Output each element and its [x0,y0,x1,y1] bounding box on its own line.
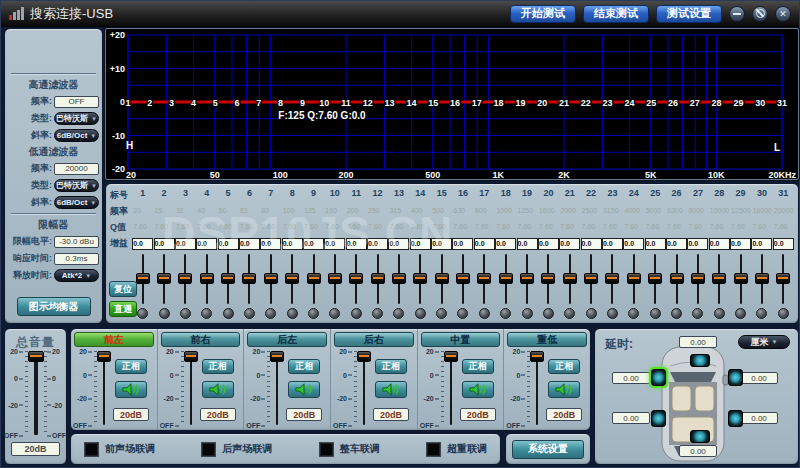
eq-band-gain-field[interactable]: 0.0 [132,238,153,250]
slider-handle[interactable] [584,273,598,284]
eq-band-frequency-field[interactable]: 8000 [688,206,707,216]
channel-volume-handle[interactable] [270,351,284,362]
slider-handle[interactable] [200,273,214,284]
delay-speaker-front-left-icon[interactable] [651,369,666,386]
channel-phase-button[interactable]: 正相 [548,359,580,374]
delay-value-subwoofer[interactable]: 0.00 [679,445,717,457]
slider-handle[interactable] [670,273,684,284]
eq-band-q-field[interactable]: 7.60 [774,222,793,232]
eq-band-frequency-field[interactable]: 2500 [582,206,601,216]
delay-value-front-right[interactable]: 0.00 [740,372,778,384]
eq-band-frequency-field[interactable]: 10000 [710,206,729,216]
link-checkbox[interactable] [319,442,334,457]
eq-band-gain-slider[interactable] [157,254,171,304]
eq-band-q-field[interactable]: 7.60 [368,222,387,232]
eq-band-gain-field[interactable]: 0.0 [538,238,559,250]
eq-band-gain-field[interactable]: 0.0 [517,238,538,250]
channel-volume-handle[interactable] [444,351,458,362]
eq-band-select-radio[interactable] [650,308,661,319]
eq-band-frequency-field[interactable]: 800 [475,206,494,216]
eq-band-gain-slider[interactable] [563,254,577,304]
eq-band-frequency-field[interactable]: 400 [411,206,430,216]
eq-band-gain-field[interactable]: 0.0 [260,238,281,250]
eq-band-frequency-field[interactable]: 100 [283,206,302,216]
slider-handle[interactable] [392,273,406,284]
eq-band-q-field[interactable]: 7.60 [432,222,451,232]
eq-band-frequency-field[interactable]: 250 [368,206,387,216]
limiter-attack-field[interactable]: 0.3ms [54,253,99,265]
limiter-level-field[interactable]: -30.0 dBu [54,236,99,248]
slider-handle[interactable] [456,273,470,284]
eq-band-gain-field[interactable]: 0.0 [645,238,666,250]
eq-band-select-radio[interactable] [329,308,340,319]
eq-band-select-radio[interactable] [265,308,276,319]
channel-gain-value[interactable]: 20dB [460,408,496,421]
eq-band-q-field[interactable]: 7.60 [325,222,344,232]
eq-band-q-field[interactable]: 7.60 [133,222,152,232]
channel-gain-value[interactable]: 20dB [373,408,409,421]
eq-band-frequency-field[interactable]: 200 [347,206,366,216]
slider-handle[interactable] [435,273,449,284]
eq-band-gain-field[interactable]: 0.0 [324,238,345,250]
test-button-0[interactable]: 开始测试 [510,5,576,23]
channel-phase-button[interactable]: 正相 [115,359,147,374]
channel-mute-button[interactable] [288,381,320,398]
eq-band-q-field[interactable]: 7.60 [731,222,750,232]
eq-band-gain-field[interactable]: 0.0 [452,238,473,250]
eq-band-frequency-field[interactable]: 630 [453,206,472,216]
eq-band-gain-slider[interactable] [456,254,470,304]
eq-band-q-field[interactable]: 7.60 [710,222,729,232]
slider-handle[interactable] [477,273,491,284]
slider-handle[interactable] [755,273,769,284]
eq-band-gain-slider[interactable] [200,254,214,304]
eq-band-select-radio[interactable] [308,308,319,319]
eq-band-select-radio[interactable] [159,308,170,319]
eq-band-q-field[interactable]: 7.60 [560,222,579,232]
slider-handle[interactable] [157,273,171,284]
eq-band-select-radio[interactable] [500,308,511,319]
eq-band-q-field[interactable]: 7.60 [240,222,259,232]
eq-band-select-radio[interactable] [692,308,703,319]
channel-mute-button[interactable] [462,381,494,398]
hpf-freq-field[interactable]: OFF [54,96,99,108]
delay-speaker-front-right-icon[interactable] [728,369,743,386]
eq-band-frequency-field[interactable]: 50 [219,206,238,216]
eq-band-gain-field[interactable]: 0.0 [559,238,580,250]
eq-band-q-field[interactable]: 7.60 [688,222,707,232]
delay-speaker-center-icon[interactable] [690,354,710,367]
eq-band-frequency-field[interactable]: 63 [240,206,259,216]
channel-phase-button[interactable]: 正相 [462,359,494,374]
slider-handle[interactable] [136,273,150,284]
eq-band-gain-field[interactable]: 0.0 [388,238,409,250]
lpf-type-dropdown[interactable]: 巴特沃斯▼ [54,179,99,192]
slider-handle[interactable] [712,273,726,284]
eq-band-frequency-field[interactable]: 500 [432,206,451,216]
eq-band-gain-slider[interactable] [499,254,513,304]
system-settings-button[interactable]: 系统设置 [512,440,584,459]
slider-handle[interactable] [520,273,534,284]
channel-volume-handle[interactable] [184,351,198,362]
eq-band-frequency-field[interactable]: 6300 [667,206,686,216]
eq-band-select-radio[interactable] [223,308,234,319]
eq-band-select-radio[interactable] [756,308,767,319]
eq-band-gain-slider[interactable] [349,254,363,304]
eq-band-gain-slider[interactable] [328,254,342,304]
eq-band-gain-field[interactable]: 0.0 [474,238,495,250]
delay-value-rear-right[interactable]: 0.00 [740,412,778,424]
close-button[interactable]: ✕ [775,6,791,22]
eq-band-gain-field[interactable]: 0.0 [303,238,324,250]
eq-band-q-field[interactable]: 7.60 [624,222,643,232]
eq-band-select-radio[interactable] [479,308,490,319]
delay-value-center[interactable]: 0.00 [679,336,717,348]
slider-handle[interactable] [178,273,192,284]
eq-band-q-field[interactable]: 7.60 [475,222,494,232]
eq-band-q-field[interactable]: 7.60 [176,222,195,232]
slider-handle[interactable] [627,273,641,284]
eq-band-q-field[interactable]: 7.60 [752,222,771,232]
channel-select-button[interactable]: 中置 [421,332,501,347]
eq-band-gain-slider[interactable] [136,254,150,304]
link-checkbox[interactable] [201,442,216,457]
eq-band-select-radio[interactable] [415,308,426,319]
eq-band-q-field[interactable]: 7.60 [539,222,558,232]
eq-band-select-radio[interactable] [778,308,789,319]
